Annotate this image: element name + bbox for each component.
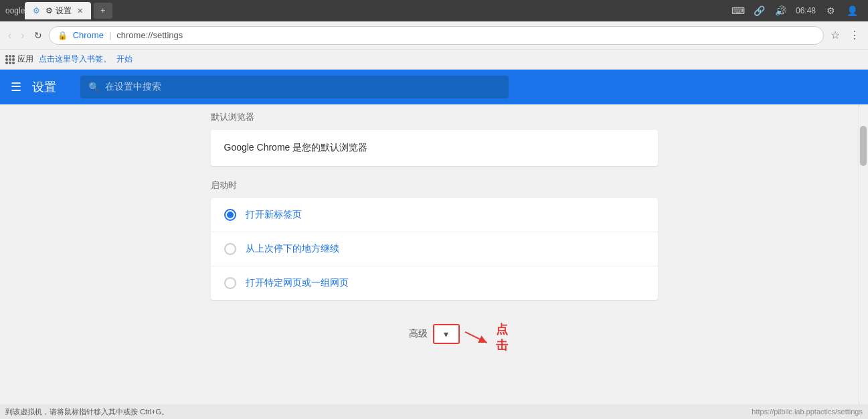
- window-controls: ⌨ 🔗 🔊 06:48 ⚙ 👤: [727, 0, 863, 21]
- scrollbar[interactable]: [859, 104, 868, 404]
- startup-options-card: 打开新标签页 从上次停下的地方继续 打开特定网页或一组网页: [211, 198, 658, 300]
- startup-option-3[interactable]: 打开特定网页或一组网页: [211, 266, 658, 300]
- startup-option-1-label: 打开新标签页: [246, 209, 302, 221]
- search-placeholder-text: 在设置中搜索: [105, 81, 161, 93]
- annotation-arrow-icon: [462, 324, 495, 351]
- time-display: 06:48: [792, 0, 820, 21]
- chrome-menu-button[interactable]: ⋮: [847, 26, 863, 44]
- status-bar: 到该虚拟机，请将鼠标指针移入其中或按 Ctrl+G。 https://pilbi…: [0, 404, 868, 419]
- apps-grid-icon: [5, 55, 15, 64]
- forward-button[interactable]: ›: [18, 27, 27, 44]
- apps-button[interactable]: 应用: [5, 54, 33, 65]
- status-bar-left-text: 到该虚拟机，请将鼠标指针移入其中或按 Ctrl+G。: [5, 407, 169, 417]
- startup-option-2[interactable]: 从上次停下的地方继续: [211, 232, 658, 266]
- address-url-text: chrome://settings: [116, 30, 183, 40]
- startup-option-1[interactable]: 打开新标签页: [211, 198, 658, 232]
- title-bar: oogle ⚙ ⚙ 设置 ✕ + ⌨ 🔗 🔊 06:48 ⚙ 👤: [0, 0, 868, 21]
- settings-icon[interactable]: ⚙: [820, 0, 841, 21]
- profile-icon[interactable]: 👤: [841, 0, 863, 21]
- advanced-section: 高级 ▾ 点击: [211, 313, 658, 344]
- click-annotation: 点击: [462, 321, 516, 353]
- secure-icon: 🔒: [58, 31, 68, 40]
- startup-option-2-label: 从上次停下的地方继续: [246, 243, 339, 255]
- default-browser-section-label: 默认浏览器: [211, 111, 658, 123]
- status-bar-right-text: https://pilbilc.lab.pptactics/settings: [752, 408, 863, 416]
- tab-title: ⚙ 设置: [46, 5, 71, 17]
- bookmark-star-button[interactable]: ☆: [828, 26, 843, 44]
- scrollbar-thumb[interactable]: [860, 126, 867, 166]
- new-tab-button[interactable]: +: [94, 3, 112, 19]
- svg-line-0: [465, 332, 487, 343]
- hamburger-menu-button[interactable]: ☰: [11, 80, 21, 94]
- active-tab[interactable]: ⚙ ⚙ 设置 ✕: [25, 2, 90, 19]
- network-icon: 🔗: [749, 0, 770, 21]
- bookmarks-bar: 应用 点击这里导入书签。 开始: [0, 50, 868, 70]
- default-browser-card: Google Chrome 是您的默认浏览器: [211, 130, 658, 166]
- refresh-button[interactable]: ↻: [31, 27, 45, 44]
- advanced-label: 高级: [409, 328, 428, 340]
- startup-section-label: 启动时: [211, 179, 658, 191]
- apps-label: 应用: [17, 54, 33, 65]
- radio-selected-icon: [224, 209, 236, 221]
- radio-inner-dot: [227, 212, 234, 218]
- tab-bar: ⚙ ⚙ 设置 ✕ +: [25, 2, 727, 19]
- search-icon: 🔍: [88, 82, 100, 92]
- advanced-expand-button[interactable]: ▾: [433, 324, 460, 344]
- radio-unselected-icon-3: [224, 277, 236, 289]
- settings-gear-icon: ⚙: [33, 6, 40, 15]
- chevron-down-icon: ▾: [444, 329, 448, 339]
- settings-page-title: 设置: [32, 79, 56, 95]
- tab-close-button[interactable]: ✕: [77, 7, 83, 15]
- volume-icon: 🔊: [770, 0, 792, 21]
- radio-unselected-icon-2: [224, 243, 236, 255]
- startup-option-3-label: 打开特定网页或一组网页: [246, 277, 349, 289]
- import-bookmarks-link[interactable]: 点击这里导入书签。: [39, 54, 111, 65]
- address-chrome-text: Chrome: [73, 30, 104, 40]
- navigation-toolbar: ‹ › ↻ 🔒 Chrome | chrome://settings ☆ ⋮: [0, 21, 868, 50]
- settings-content: 默认浏览器 Google Chrome 是您的默认浏览器 启动时 打开新标签页: [200, 111, 669, 344]
- address-separator: |: [109, 30, 111, 40]
- keyboard-icon: ⌨: [727, 0, 749, 21]
- get-started-link[interactable]: 开始: [116, 54, 133, 65]
- click-label: 点击: [496, 321, 515, 353]
- settings-search-box[interactable]: 🔍 在设置中搜索: [80, 76, 509, 98]
- back-button[interactable]: ‹: [5, 27, 14, 44]
- title-bar-left: oogle: [5, 6, 25, 15]
- address-bar[interactable]: 🔒 Chrome | chrome://settings: [49, 26, 824, 45]
- settings-header: ☰ 设置 🔍 在设置中搜索: [0, 70, 868, 104]
- title-bar-text: oogle: [5, 6, 25, 15]
- default-browser-text: Google Chrome 是您的默认浏览器: [224, 142, 368, 153]
